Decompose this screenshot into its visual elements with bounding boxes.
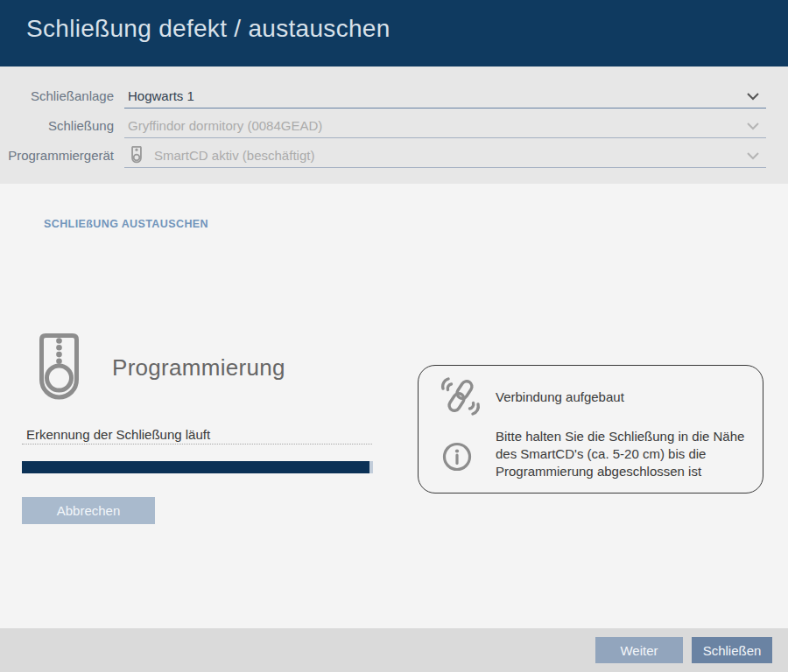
dialog-title: Schließung defekt / austauschen <box>0 0 788 43</box>
form-panel: Schließanlage Hogwarts 1 Schließung Gryf… <box>0 66 788 184</box>
lock-replace-dialog: Schließung defekt / austauschen Schließa… <box>0 0 788 672</box>
chevron-down-icon <box>747 122 759 130</box>
form-row-schliessung: Schließung Gryffindor dormitory (0084GEA… <box>0 108 788 138</box>
cancel-button[interactable]: Abbrechen <box>22 497 155 524</box>
locking-cylinder-mini-icon <box>131 146 142 164</box>
next-button[interactable]: Weiter <box>595 637 683 663</box>
form-row-programmiergeraet: Programmiergerät SmartCD aktiv (beschäft… <box>0 138 788 168</box>
info-icon <box>442 442 472 472</box>
chevron-down-icon <box>747 93 759 101</box>
connection-status-text: Verbindung aufgebaut <box>496 389 624 404</box>
footer-bar: Weiter Schließen <box>0 628 788 672</box>
progress-bar <box>22 461 373 473</box>
locking-cylinder-icon <box>39 333 79 403</box>
wireless-connection-icon <box>438 375 483 417</box>
process-status-label: SCHLIEßUNG AUSTAUSCHEN <box>44 218 208 230</box>
programming-heading: Programmierung <box>112 354 285 382</box>
schliessanlage-select[interactable]: Hogwarts 1 <box>124 84 766 108</box>
chevron-down-icon <box>747 152 759 160</box>
titlebar: Schließung defekt / austauschen <box>0 0 788 66</box>
schliessung-value: Gryffindor dormitory (0084GEAD) <box>128 118 322 133</box>
close-button[interactable]: Schließen <box>692 637 772 663</box>
instruction-text: Bitte halten Sie die Schließung in die N… <box>496 428 758 480</box>
programmiergeraet-select: SmartCD aktiv (beschäftigt) <box>124 144 766 168</box>
message-box: Verbindung aufgebaut Bitte halten Sie di… <box>418 365 763 494</box>
schliessung-label: Schließung <box>0 118 114 138</box>
programmiergeraet-label: Programmiergerät <box>0 148 114 168</box>
schliessanlage-value: Hogwarts 1 <box>128 88 194 103</box>
schliessung-select: Gryffindor dormitory (0084GEAD) <box>124 114 766 138</box>
progress-fill <box>22 461 369 473</box>
progress-status-text: Erkennung der Schließung läuft <box>26 427 210 442</box>
programmiergeraet-value: SmartCD aktiv (beschäftigt) <box>154 148 314 163</box>
form-row-schliessanlage: Schließanlage Hogwarts 1 <box>0 79 788 108</box>
dotted-separator <box>22 444 372 444</box>
schliessanlage-label: Schließanlage <box>0 88 114 108</box>
